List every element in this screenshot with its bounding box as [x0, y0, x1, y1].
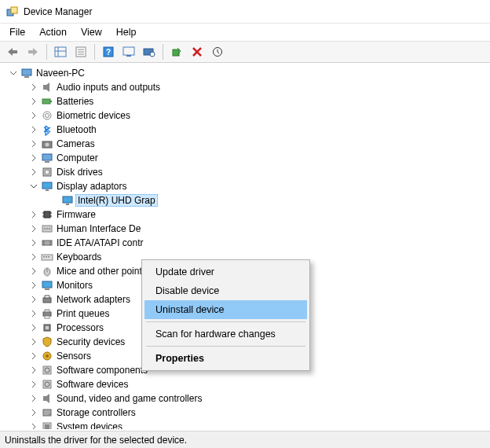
menu-file[interactable]: File [3, 25, 31, 39]
chevron-right-icon[interactable] [28, 266, 39, 277]
svg-rect-30 [42, 182, 52, 189]
software-icon [41, 378, 53, 391]
tree-category-label: Software devices [57, 379, 128, 390]
speaker-icon [41, 81, 53, 94]
software-icon [41, 364, 53, 376]
tree-category-label: Sensors [57, 351, 91, 362]
menu-action[interactable]: Action [33, 25, 73, 39]
context-scan-hardware[interactable]: Scan for hardware changes [144, 325, 307, 343]
chevron-down-icon[interactable] [28, 181, 39, 192]
chevron-right-icon[interactable] [28, 138, 39, 149]
chevron-right-icon[interactable] [28, 237, 39, 248]
toolbar-uninstall[interactable] [188, 43, 207, 61]
svg-point-41 [46, 228, 48, 230]
tree-category[interactable]: Disk drives [3, 165, 490, 179]
toolbar-enable[interactable] [167, 43, 186, 61]
tree-category[interactable]: Storage controllers [3, 406, 490, 420]
mouse-icon [41, 265, 53, 277]
chevron-right-icon[interactable] [28, 365, 39, 376]
bluetooth-icon [41, 123, 53, 136]
svg-rect-70 [45, 424, 49, 429]
chevron-right-icon[interactable] [28, 223, 39, 234]
context-properties[interactable]: Properties [144, 349, 307, 368]
svg-rect-19 [43, 85, 46, 90]
svg-point-25 [46, 143, 49, 147]
tree-category[interactable]: Human Interface De [3, 222, 490, 236]
tree-category-label: System devices [57, 421, 122, 429]
svg-rect-26 [42, 154, 52, 160]
tree-category[interactable]: Display adaptors [3, 179, 490, 193]
back-button[interactable] [3, 43, 22, 61]
tree-category[interactable]: Sound, video and game controllers [3, 391, 490, 406]
toolbar: ? [0, 41, 490, 63]
chevron-right-icon[interactable] [28, 280, 39, 291]
chevron-right-icon[interactable] [28, 421, 39, 429]
svg-rect-52 [42, 281, 52, 288]
svg-rect-53 [45, 288, 49, 290]
menu-view[interactable]: View [75, 25, 108, 39]
tree-category-label: Network adapters [57, 294, 130, 305]
chevron-right-icon[interactable] [28, 379, 39, 390]
menu-help[interactable]: Help [110, 25, 143, 39]
tree-category[interactable]: Bluetooth [3, 123, 490, 137]
svg-point-22 [43, 112, 51, 119]
tree-category[interactable]: IDE ATA/ATAPI contr [3, 236, 490, 250]
svg-rect-11 [123, 47, 134, 55]
forward-button[interactable] [24, 43, 42, 61]
chevron-right-icon[interactable] [28, 110, 39, 121]
device-tree[interactable]: Naveen-PC Audio inputs and outputsBatter… [0, 63, 490, 429]
svg-rect-12 [126, 55, 131, 57]
toolbar-separator [163, 44, 163, 60]
tree-category[interactable]: Batteries [3, 94, 490, 108]
network-icon [41, 293, 53, 306]
computer-icon [41, 152, 53, 164]
toolbar-properties[interactable] [71, 43, 90, 61]
tree-category[interactable]: Computer [3, 151, 490, 165]
svg-rect-27 [45, 161, 49, 163]
tree-category[interactable]: Firmware [3, 207, 490, 222]
chevron-right-icon[interactable] [28, 167, 39, 178]
svg-rect-33 [66, 204, 69, 205]
chevron-right-icon[interactable] [28, 322, 39, 333]
tree-category-label: Batteries [57, 96, 93, 107]
tree-category-label: Bluetooth [57, 124, 97, 135]
toolbar-show-hidden[interactable] [51, 43, 70, 61]
tree-device[interactable]: Intel(R) UHD Grap [3, 193, 490, 207]
tree-category-label: Processors [57, 322, 104, 333]
tree-category-label: Biometric devices [57, 110, 130, 121]
chevron-right-icon[interactable] [28, 252, 39, 263]
context-menu: Update driver Disable device Uninstall d… [141, 259, 310, 371]
context-update-driver[interactable]: Update driver [144, 263, 307, 281]
tree-category[interactable]: Cameras [3, 137, 490, 151]
toolbar-scan-hardware[interactable] [140, 43, 159, 61]
svg-point-29 [45, 170, 49, 174]
chevron-right-icon[interactable] [28, 308, 39, 319]
chevron-right-icon[interactable] [28, 209, 39, 220]
hid-icon [41, 222, 53, 235]
chevron-right-icon[interactable] [28, 152, 39, 163]
toolbar-update-driver[interactable] [119, 43, 138, 61]
camera-icon [41, 138, 53, 150]
chevron-right-icon[interactable] [28, 336, 39, 347]
svg-rect-21 [50, 101, 52, 102]
context-disable-device[interactable]: Disable device [144, 281, 307, 300]
tree-category[interactable]: System devices [3, 420, 490, 429]
tree-category[interactable]: Biometric devices [3, 108, 490, 123]
tree-category[interactable]: Software devices [3, 377, 490, 391]
toolbar-refresh[interactable] [208, 43, 227, 61]
svg-rect-56 [45, 310, 49, 312]
chevron-right-icon[interactable] [28, 124, 39, 135]
svg-point-14 [150, 52, 155, 57]
chevron-right-icon[interactable] [28, 96, 39, 107]
chevron-right-icon[interactable] [28, 407, 39, 418]
chevron-right-icon[interactable] [28, 294, 39, 305]
tree-root[interactable]: Naveen-PC [3, 66, 490, 80]
expander-icon[interactable] [8, 68, 19, 79]
chevron-right-icon[interactable] [28, 393, 39, 404]
context-uninstall-device[interactable]: Uninstall device [144, 300, 307, 319]
toolbar-help[interactable]: ? [99, 43, 118, 61]
cpu-icon [41, 321, 53, 334]
tree-category[interactable]: Audio inputs and outputs [3, 80, 490, 94]
chevron-right-icon[interactable] [28, 82, 39, 93]
chevron-right-icon[interactable] [28, 351, 39, 362]
